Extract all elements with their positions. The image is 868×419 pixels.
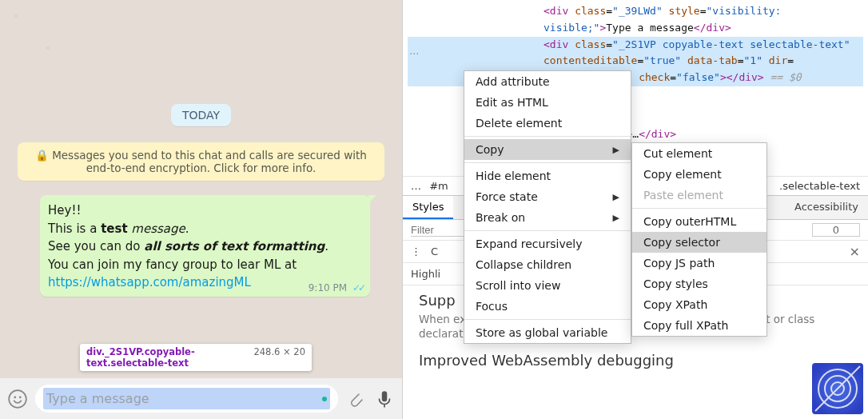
msg-line-3: See you can do all sorts of text formatt… [48, 237, 364, 256]
devtools-logo [812, 363, 863, 414]
close-icon[interactable]: × [850, 244, 860, 259]
msg-line-4: You can join my fancy group to lear ML a… [48, 256, 364, 274]
encryption-banner[interactable]: 🔒Messages you send to this chat and call… [18, 142, 384, 181]
sub-copy-full-xpath[interactable]: Copy full XPath [632, 315, 766, 336]
message-placeholder: Type a message [46, 391, 327, 406]
sub-copy-jspath[interactable]: Copy JS path [632, 253, 766, 273]
lock-icon: 🔒 [35, 149, 49, 162]
composer-bar: Type a message [0, 378, 402, 419]
ctx-edit-as-html[interactable]: Edit as HTML [464, 92, 631, 113]
mic-icon[interactable] [373, 388, 396, 410]
chevron-right-icon: ▶ [613, 213, 619, 223]
ctx-break-on[interactable]: Break on▶ [464, 207, 631, 228]
ctx-copy[interactable]: Copy▶ [464, 139, 631, 160]
sub-copy-xpath[interactable]: Copy XPath [632, 294, 766, 315]
ctx-hide-element[interactable]: Hide element [464, 166, 631, 186]
outgoing-message-bubble[interactable]: Hey!! This is a test message. See you ca… [40, 195, 370, 297]
ctx-delete-element[interactable]: Delete element [464, 113, 631, 134]
tooltip-selector: div._2S1VP.copyable-text.selectable-text [86, 346, 247, 369]
svg-point-0 [9, 390, 26, 408]
sub-copy-styles[interactable]: Copy styles [632, 273, 766, 294]
chevron-right-icon: ▶ [613, 145, 619, 155]
message-input[interactable]: Type a message [35, 385, 338, 413]
ctx-focus[interactable]: Focus [464, 296, 631, 317]
elements-context-menu: Add attribute Edit as HTML Delete elemen… [464, 70, 631, 344]
double-check-icon: ✓✓ [352, 282, 364, 293]
ctx-expand-recursively[interactable]: Expand recursively [464, 233, 631, 254]
tab-styles[interactable]: Styles [403, 196, 453, 219]
whatsapp-chat-pane: TODAY 🔒Messages you send to this chat an… [0, 0, 402, 419]
wn-title-2: Improved WebAssembly debugging [419, 352, 852, 369]
cls-label: C [431, 245, 438, 257]
msg-line-1: Hey!! [48, 202, 364, 220]
gutter-dots-icon[interactable]: ⋯ [409, 48, 419, 59]
sub-cut-element[interactable]: Cut element [632, 143, 766, 164]
ctx-store-global[interactable]: Store as global variable [464, 322, 631, 343]
number-stepper[interactable]: 0 [812, 223, 860, 237]
attach-icon[interactable] [344, 388, 367, 410]
svg-point-2 [19, 396, 22, 398]
copy-submenu: Cut element Copy element Paste element C… [631, 142, 767, 337]
msg-line-2: This is a test message. [48, 220, 364, 238]
sub-copy-outerhtml[interactable]: Copy outerHTML [632, 211, 766, 232]
inspect-tooltip: div._2S1VP.copyable-text.selectable-text… [80, 344, 312, 371]
chat-content: TODAY 🔒Messages you send to this chat an… [0, 0, 402, 378]
ctx-force-state[interactable]: Force state▶ [464, 186, 631, 207]
msg-meta: 9:10 PM ✓✓ [309, 282, 364, 293]
svg-rect-3 [382, 391, 388, 401]
ctx-scroll-into-view[interactable]: Scroll into view [464, 275, 631, 296]
sub-copy-selector[interactable]: Copy selector [632, 232, 766, 253]
sub-paste-element: Paste element [632, 185, 766, 206]
ctx-collapse-children[interactable]: Collapse children [464, 254, 631, 275]
emoji-icon[interactable] [6, 388, 29, 410]
tooltip-dimensions: 248.6 × 20 [253, 346, 305, 357]
bubble-tail [368, 195, 376, 203]
ctx-add-attribute[interactable]: Add attribute [464, 71, 631, 92]
sub-copy-element[interactable]: Copy element [632, 164, 766, 185]
cls-menu-icon[interactable]: ⋮ [411, 245, 421, 257]
svg-point-1 [14, 396, 16, 398]
tab-accessibility[interactable]: Accessibility [785, 196, 868, 219]
chevron-right-icon: ▶ [613, 192, 619, 202]
date-chip: TODAY [171, 104, 231, 126]
encryption-text: Messages you send to this chat and calls… [52, 149, 367, 174]
msg-time: 9:10 PM [309, 282, 347, 293]
